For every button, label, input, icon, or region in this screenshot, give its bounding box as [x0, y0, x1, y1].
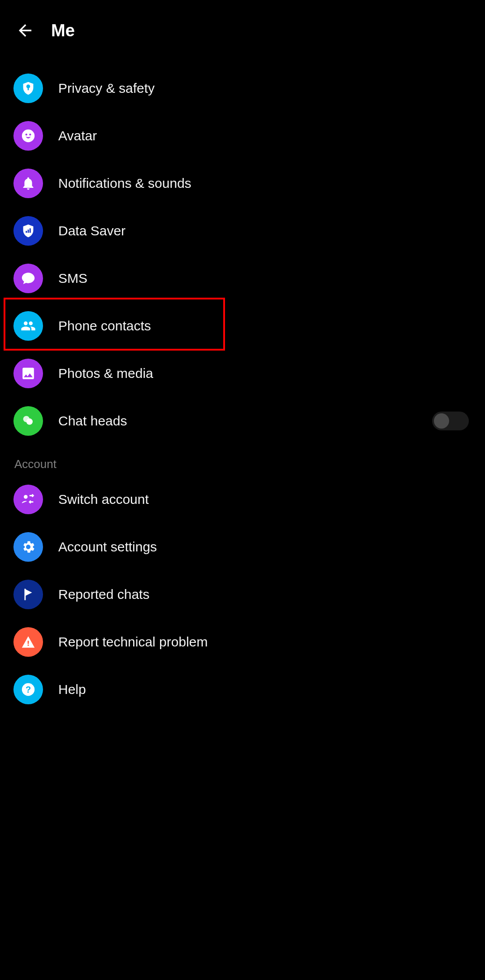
svg-rect-4 — [28, 230, 29, 233]
back-arrow-icon — [16, 21, 35, 40]
item-chat-heads[interactable]: Chat heads — [13, 397, 472, 445]
svg-point-9 — [24, 495, 28, 499]
item-data-saver[interactable]: Data Saver — [13, 207, 472, 255]
svg-point-8 — [26, 418, 33, 425]
item-label: SMS — [58, 271, 87, 286]
item-report-problem[interactable]: Report technical problem — [13, 618, 472, 666]
help-icon: ? — [13, 675, 43, 704]
warning-icon — [13, 627, 43, 657]
item-photos-media[interactable]: Photos & media — [13, 350, 472, 397]
chat-bubble-icon — [13, 264, 43, 293]
item-label: Avatar — [58, 128, 97, 143]
settings-list: Privacy & safety Avatar Notifications & … — [0, 50, 485, 713]
svg-point-2 — [29, 134, 31, 135]
back-button[interactable] — [13, 18, 38, 43]
item-help[interactable]: ? Help — [13, 666, 472, 713]
item-avatar[interactable]: Avatar — [13, 112, 472, 160]
bell-icon — [13, 169, 43, 198]
chat-heads-toggle[interactable] — [432, 412, 469, 430]
item-label: Chat heads — [58, 413, 127, 429]
settings-screen: Me Privacy & safety Avatar Notifications… — [0, 0, 485, 980]
svg-point-6 — [25, 370, 26, 372]
item-label: Data Saver — [58, 223, 126, 238]
avatar-icon — [13, 121, 43, 151]
svg-rect-3 — [26, 231, 27, 233]
toggle-knob — [434, 413, 449, 429]
svg-point-1 — [26, 134, 27, 135]
item-label: Help — [58, 682, 86, 697]
shield-data-icon — [13, 216, 43, 246]
section-account-header: Account — [13, 445, 472, 476]
chat-heads-icon — [13, 406, 43, 436]
item-label: Notifications & sounds — [58, 176, 191, 191]
item-reported-chats[interactable]: Reported chats — [13, 571, 472, 618]
gear-icon — [13, 532, 43, 562]
flag-icon — [13, 580, 43, 609]
item-account-settings[interactable]: Account settings — [13, 523, 472, 571]
item-label: Phone contacts — [58, 318, 151, 334]
item-label: Switch account — [58, 492, 149, 507]
item-label: Photos & media — [58, 366, 153, 381]
item-notifications[interactable]: Notifications & sounds — [13, 160, 472, 207]
item-label: Reported chats — [58, 587, 149, 602]
item-switch-account[interactable]: Switch account — [13, 476, 472, 523]
item-phone-contacts[interactable]: Phone contacts — [13, 302, 472, 350]
page-title: Me — [51, 21, 75, 40]
svg-text:?: ? — [26, 685, 31, 694]
header-bar: Me — [0, 0, 485, 50]
item-label: Privacy & safety — [58, 81, 155, 96]
item-privacy-safety[interactable]: Privacy & safety — [13, 65, 472, 112]
photo-icon — [13, 359, 43, 388]
item-sms[interactable]: SMS — [13, 255, 472, 302]
item-label: Report technical problem — [58, 634, 208, 650]
svg-point-0 — [22, 130, 35, 142]
svg-rect-5 — [30, 228, 31, 233]
contacts-icon — [13, 311, 43, 341]
privacy-icon — [13, 74, 43, 103]
item-label: Account settings — [58, 539, 157, 555]
switch-account-icon — [13, 485, 43, 514]
